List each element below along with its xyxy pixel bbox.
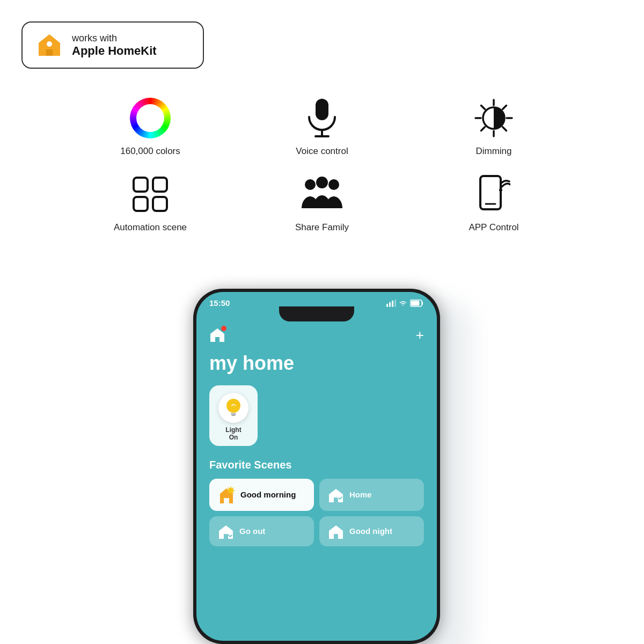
dimming-icon (472, 97, 515, 140)
homekit-name-label: Apple HomeKit (72, 44, 157, 58)
svg-rect-3 (316, 99, 328, 120)
good-night-icon (328, 524, 344, 539)
family-label: Share Family (295, 222, 349, 233)
dimming-label: Dimming (475, 146, 511, 157)
phone-mockup: 15:50 (193, 289, 451, 644)
app-content: + my home (196, 323, 437, 557)
homekit-text: works with Apple HomeKit (72, 33, 157, 58)
device-label: Light On (225, 426, 241, 442)
svg-point-19 (305, 179, 316, 190)
device-card[interactable]: Light On (209, 385, 258, 446)
bulb-circle (218, 393, 248, 423)
svg-rect-30 (411, 301, 420, 305)
wifi-icon (399, 300, 407, 306)
svg-point-21 (316, 177, 328, 188)
status-bar: 15:50 (196, 292, 437, 308)
app-header: + (209, 323, 424, 343)
svg-point-2 (47, 41, 52, 47)
scene-good-morning[interactable]: Good morning (209, 479, 314, 511)
app-label: APP Control (469, 222, 518, 233)
feature-colors: 160,000 colors (64, 97, 236, 157)
svg-rect-27 (392, 301, 393, 307)
svg-point-20 (328, 179, 339, 190)
go-out-icon (218, 524, 234, 539)
svg-rect-15 (134, 178, 148, 192)
scene-good-night[interactable]: Good night (319, 516, 424, 546)
bulb-icon (224, 398, 243, 418)
svg-line-11 (503, 127, 507, 131)
good-morning-label: Good morning (240, 490, 296, 499)
signal-icon (386, 299, 396, 307)
svg-rect-25 (386, 304, 388, 307)
homekit-works-label: works with (72, 33, 157, 44)
svg-rect-28 (394, 299, 396, 307)
colors-label: 160,000 colors (120, 146, 180, 157)
colors-icon (129, 97, 172, 140)
scene-home[interactable]: Home (319, 479, 424, 511)
homekit-icon (34, 30, 64, 60)
home-label: Home (349, 490, 372, 499)
status-icons (386, 299, 424, 307)
svg-rect-16 (153, 178, 167, 192)
svg-point-34 (228, 532, 231, 535)
svg-line-13 (481, 127, 485, 131)
time-display: 15:50 (209, 298, 230, 308)
svg-rect-1 (46, 49, 53, 56)
scene-go-out[interactable]: Go out (209, 516, 314, 546)
svg-rect-26 (389, 302, 391, 307)
battery-icon (410, 299, 424, 307)
microphone-icon (301, 97, 343, 140)
phone-frame: 15:50 (193, 289, 440, 644)
add-button[interactable]: + (416, 327, 424, 343)
automation-icon (129, 173, 172, 216)
notification-dot (221, 326, 226, 331)
phone-screen: 15:50 (196, 292, 437, 641)
feature-voice: Voice control (236, 97, 408, 157)
feature-automation: Automation scene (64, 173, 236, 233)
family-icon (301, 173, 343, 216)
app-control-icon (472, 173, 515, 216)
homekit-badge: works with Apple HomeKit (21, 21, 204, 69)
svg-rect-18 (153, 197, 167, 211)
svg-point-31 (226, 399, 240, 413)
voice-label: Voice control (296, 146, 348, 157)
go-out-label: Go out (239, 526, 265, 536)
svg-rect-17 (134, 197, 148, 211)
home-scene-icon (328, 487, 344, 502)
feature-family: Share Family (236, 173, 408, 233)
good-morning-icon (218, 486, 235, 503)
scenes-title: Favorite Scenes (209, 459, 424, 471)
color-wheel-icon (130, 98, 171, 138)
svg-point-24 (499, 188, 502, 192)
phone-notch (279, 306, 354, 321)
svg-line-10 (481, 106, 485, 109)
scenes-grid: Good morning Home (209, 479, 424, 546)
feature-app: APP Control (408, 173, 580, 233)
features-grid: 160,000 colors Voice control (43, 97, 601, 233)
app-title: my home (209, 352, 424, 375)
automation-label: Automation scene (114, 222, 187, 233)
good-night-label: Good night (349, 526, 392, 536)
feature-dimming: Dimming (408, 97, 580, 157)
home-icon-container[interactable] (209, 327, 225, 342)
svg-line-12 (503, 106, 507, 109)
